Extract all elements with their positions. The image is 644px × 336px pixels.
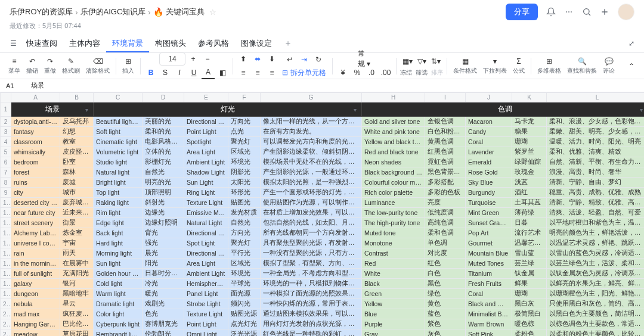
cell[interactable]: 以平地时橙归和紫色为主，温暖、柔和、浪: [547, 218, 645, 228]
cell[interactable]: 环境光: [228, 157, 261, 167]
cell[interactable]: Macaron: [466, 117, 512, 127]
cell[interactable]: 皮皮怪天开: [60, 147, 94, 157]
cell-reference[interactable]: A1: [6, 82, 25, 89]
decimal-dec-icon[interactable]: .0: [365, 66, 378, 79]
cell[interactable]: 明亮的颜色为主，鲜艳活泼，充满乐趣: [547, 228, 645, 238]
breadcrumb-item[interactable]: 乐伊的AIGC知识库: [80, 7, 146, 17]
cell[interactable]: Warm light: [94, 289, 143, 299]
cell[interactable]: 具有聚焦型聚的光源，有发射，方向、距离次照范围等制性: [261, 238, 362, 248]
cell[interactable]: 亮度: [425, 198, 466, 208]
cell[interactable]: Bright light: [94, 178, 143, 188]
cell[interactable]: 方向光: [228, 228, 261, 238]
formula-icon[interactable]: Σ: [514, 57, 524, 66]
cell[interactable]: 贴图光: [228, 198, 261, 208]
cell[interactable]: 以钛金属灰色为灵感，冷调系，高档和成，明亮: [547, 269, 645, 279]
cell[interactable]: Black background centre: [362, 167, 425, 178]
col-header[interactable]: J: [466, 93, 512, 102]
fill-color-button[interactable]: ◧: [216, 66, 229, 79]
cell[interactable]: 珊瑚: [512, 137, 547, 147]
cell[interactable]: Point Light: [184, 127, 228, 137]
cell[interactable]: 暖色棕: [512, 319, 547, 329]
cell[interactable]: bedroom: [11, 157, 60, 167]
cell[interactable]: 以棕色调色为主要款色，常适合于温暖，自然的氛围，适合于方藏、: [547, 319, 645, 329]
cell[interactable]: 以芸兰绿色为主，活泼、柔和、任性和度: [547, 259, 645, 269]
cell[interactable]: 白色: [425, 269, 466, 279]
cell[interactable]: 雨天: [60, 248, 94, 259]
col-header[interactable]: L: [547, 93, 645, 102]
cell[interactable]: Panel Light: [184, 289, 228, 299]
underline-button[interactable]: U: [187, 66, 200, 79]
bold-button[interactable]: B: [144, 66, 157, 79]
cell[interactable]: 幻想: [60, 127, 94, 137]
cell[interactable]: 在晨雾中: [60, 259, 94, 269]
cell[interactable]: 黑色背景为中心: [425, 167, 466, 178]
cell[interactable]: 柔和、浪漫、少女感，色彩饱和度高: [547, 117, 645, 127]
cell[interactable]: Ring Light: [184, 188, 228, 198]
cell[interactable]: 红色: [425, 259, 466, 269]
cond-format-icon[interactable]: ▦: [460, 57, 470, 66]
cell[interactable]: 太阳光: [228, 178, 261, 188]
cell[interactable]: 黄黑色调: [425, 137, 466, 147]
cell[interactable]: 反乌托邦: [60, 117, 94, 127]
cell[interactable]: 一种模拟了面光源的光照效果，可以产生柔和的明影效果: [261, 289, 362, 299]
col-header[interactable]: D: [143, 93, 184, 102]
cell[interactable]: 像太阳一样的光线，从一个方向发出光线。: [261, 117, 362, 127]
cell[interactable]: Lavender: [466, 147, 512, 157]
cell[interactable]: 土耳其蓝: [512, 198, 547, 208]
cell[interactable]: 阳光: [143, 259, 184, 269]
cell[interactable]: 霓虹色调: [425, 157, 466, 167]
spreadsheet-grid[interactable]: ABCDEFGHIJKLMN1场景▾灯光▾色调▾自然光▾2dystopia,an…: [0, 92, 644, 336]
cell[interactable]: 环境光: [228, 269, 261, 279]
cell[interactable]: 背光: [143, 228, 184, 238]
cell[interactable]: 面光源: [228, 289, 261, 299]
cell[interactable]: ruins: [11, 178, 60, 188]
cell[interactable]: White: [362, 269, 425, 279]
tab-3[interactable]: 构图镜头: [149, 35, 192, 52]
cell[interactable]: 银河: [60, 279, 94, 289]
cell[interactable]: 稳重、高贵、成熟、优雅、成熟: [547, 188, 645, 198]
wrap-icon[interactable]: ↵: [283, 53, 296, 66]
cell[interactable]: 巴比伦空中花园: [60, 319, 94, 329]
cell[interactable]: 鲜果: [512, 279, 547, 289]
cell[interactable]: 泛光光源: [228, 329, 261, 337]
cell[interactable]: Strobe Light: [184, 299, 228, 309]
collapse-toolbar-icon[interactable]: ⌃: [625, 60, 638, 73]
find-replace-icon[interactable]: 🔍: [577, 57, 587, 66]
cell[interactable]: 以珊瑚橙色为主，阳光、鲜艳、鲜艳: [547, 289, 645, 299]
cell[interactable]: Emissive Material: [184, 208, 228, 218]
cell[interactable]: Fresh Fruits: [466, 279, 512, 289]
cell[interactable]: 模拟了型聚，有型聚、方向、大小等属性，可以产生柔和的: [261, 259, 362, 269]
cell[interactable]: 充满阳光: [60, 269, 94, 279]
cell[interactable]: 酒红: [512, 188, 547, 198]
cell[interactable]: 红色光线是一种特殊的彩虹，可以将光线结合的融光来用。: [261, 329, 362, 337]
cell[interactable]: Warm Brown: [466, 319, 512, 329]
cell[interactable]: Ambient Light: [184, 269, 228, 279]
cell[interactable]: universe I cosmos: [11, 238, 60, 248]
cell[interactable]: Ambient Light: [184, 157, 228, 167]
cell[interactable]: 灰色: [425, 329, 466, 337]
cell[interactable]: meadow: [11, 329, 60, 337]
cell[interactable]: Monotone: [362, 238, 425, 248]
cell[interactable]: 柔和的光: [143, 127, 184, 137]
cell[interactable]: 使用贴图作为光源，可以制作变伦有趣的光照效果。: [261, 198, 362, 208]
insert-icon[interactable]: ⊞: [123, 57, 133, 66]
add-tab-button[interactable]: ＋: [279, 38, 297, 49]
cell[interactable]: Morning light: [94, 248, 143, 259]
cell[interactable]: Black: [362, 279, 425, 289]
format-painter-icon[interactable]: ✎: [66, 57, 76, 66]
sort-toggle-icon[interactable]: ⇅▾: [429, 55, 442, 68]
menu-icon[interactable]: ≡: [10, 57, 19, 66]
cell[interactable]: 浅蓝: [512, 178, 547, 188]
cell[interactable]: 一种没有型聚的光源，只有方向和光照强度性: [261, 248, 362, 259]
cell[interactable]: 街景: [60, 218, 94, 228]
col-header[interactable]: B: [60, 93, 94, 102]
cell[interactable]: classroom: [11, 137, 60, 147]
cell[interactable]: 森林: [60, 167, 94, 178]
tab-2[interactable]: 环境背景: [106, 35, 149, 52]
cell[interactable]: 对比度: [425, 248, 466, 259]
cell[interactable]: 星云: [60, 299, 94, 309]
cell[interactable]: Blue: [362, 309, 425, 319]
cell[interactable]: Candy: [466, 127, 512, 137]
cell[interactable]: Cyberpunk light: [94, 319, 143, 329]
cell[interactable]: dungeon: [11, 289, 60, 299]
